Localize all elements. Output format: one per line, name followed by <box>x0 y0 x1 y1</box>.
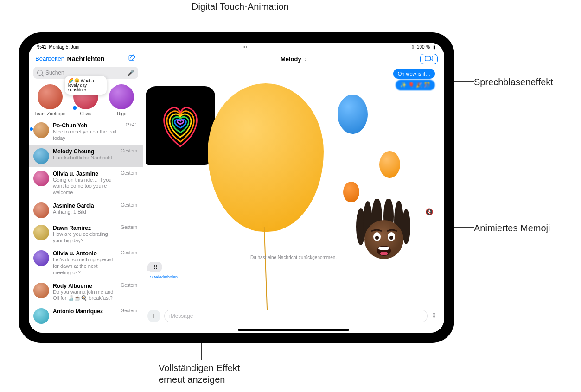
unread-dot <box>73 106 77 110</box>
statusbar-time: 9:41 <box>37 44 46 50</box>
conversation-preview: Handschriftliche Nachricht <box>53 155 117 161</box>
mic-icon[interactable]: 🎤 <box>128 70 134 76</box>
edit-button[interactable]: Bearbeiten <box>35 55 64 62</box>
pin-label: Olivia <box>80 111 91 116</box>
digital-touch-message[interactable] <box>146 86 215 165</box>
conversation-time: Gestern <box>121 202 137 218</box>
message-bubble-sent[interactable]: Oh wow is it… <box>393 69 435 79</box>
conversation-time: Gestern <box>121 148 137 164</box>
callout-digital-touch: Digital Touch-Animation <box>192 1 289 13</box>
memoji-message[interactable] <box>351 199 416 264</box>
avatar <box>38 84 63 109</box>
video-icon <box>425 56 433 61</box>
mute-icon[interactable]: 🔇 <box>425 208 433 215</box>
sidebar-header: Bearbeiten Nachrichten <box>29 51 143 67</box>
conversation-name: Dawn Ramirez <box>53 225 117 231</box>
memoji-face-icon <box>351 199 416 264</box>
chat-body[interactable]: Oh wow is it… ✨ 🎈 🎉 🎊 <box>143 67 444 308</box>
chat-pane: Melody › Oh wow is it… ✨ 🎈 🎉 🎊 <box>143 51 444 333</box>
callout-speech-bubble: Sprechblaseneffekt <box>474 76 553 88</box>
compose-icon <box>128 54 136 62</box>
status-bar: 9:41 Montag 5. Juni ••• 􀙇 100 % ▮ <box>29 43 444 51</box>
conversation-time: Gestern <box>121 308 137 324</box>
sidebar-title: Nachrichten <box>67 55 105 63</box>
unsent-notice: Du hast eine Nachricht zurückgenommen. <box>143 255 444 260</box>
system-affordance-dots[interactable]: ••• <box>243 44 248 50</box>
conversation-time: Gestern <box>121 250 137 276</box>
home-indicator[interactable] <box>238 329 349 331</box>
chevron-right-icon: › <box>305 57 306 62</box>
battery-icon: ▮ <box>433 44 436 50</box>
statusbar-right: 􀙇 100 % ▮ <box>410 44 436 50</box>
conversation-time: Gestern <box>121 283 137 302</box>
search-placeholder: Suchen <box>45 70 64 76</box>
conversation-name: Olivia u. Antonio <box>53 250 117 257</box>
conversation-row[interactable]: Melody CheungHandschriftliche NachrichtG… <box>29 145 143 167</box>
avatar <box>109 84 134 109</box>
conversation-row[interactable]: Jasmine GarciaAnhang: 1 BildGestern <box>29 199 143 221</box>
statusbar-left: 9:41 Montag 5. Juni <box>37 44 79 50</box>
chat-title-button[interactable]: Melody › <box>281 56 306 63</box>
message-bubble-sent-effect[interactable]: ✨ 🎈 🎉 🎊 <box>396 80 435 90</box>
search-icon <box>37 70 43 76</box>
svg-rect-1 <box>425 56 430 61</box>
balloon-effect-blue <box>338 95 368 134</box>
conversation-row[interactable]: Po-Chun YehNice to meet you on the trail… <box>29 119 143 145</box>
conversation-row[interactable]: Olivia u. AntonioLet's do something spec… <box>29 247 143 279</box>
conversation-row[interactable]: Rody AlbuerneDo you wanna join me and Ol… <box>29 279 143 305</box>
avatar <box>33 225 49 240</box>
facetime-button[interactable] <box>420 54 438 64</box>
avatar <box>33 283 49 298</box>
conversation-name: Rody Albuerne <box>53 283 117 289</box>
avatar <box>33 148 49 164</box>
conversation-time: Gestern <box>121 225 137 244</box>
conversation-time: 09:41 <box>126 122 137 142</box>
avatar <box>33 250 49 266</box>
avatar <box>33 202 49 218</box>
avatar <box>33 308 49 324</box>
conversation-list: Po-Chun YehNice to meet you on the trail… <box>29 119 143 333</box>
pinned-conversation[interactable]: 🌈 😊 What a lovely day, sunshine!Olivia <box>70 84 101 116</box>
conversation-name: Jasmine Garcia <box>53 202 117 209</box>
heart-sketch-icon <box>153 95 208 156</box>
avatar <box>33 171 49 186</box>
sidebar: Bearbeiten Nachrichten Suchen 🎤 Team Zoe… <box>29 51 143 333</box>
pinned-conversation[interactable]: Team Zoetrope <box>34 84 65 116</box>
screen: 9:41 Montag 5. Juni ••• 􀙇 100 % ▮ Bearbe… <box>29 43 444 333</box>
pin-label: Rigo <box>117 111 127 116</box>
message-input[interactable]: iMessage <box>164 310 428 322</box>
callout-replay: Vollständigen Effekt erneut anzeigen <box>159 362 240 386</box>
chat-title: Melody <box>281 56 301 63</box>
conversation-name: Po-Chun Yeh <box>53 122 122 129</box>
plus-icon: + <box>152 311 157 321</box>
pinned-conversation[interactable]: Rigo <box>106 84 137 116</box>
conversation-row[interactable]: Dawn RamirezHow are you celebrating your… <box>29 221 143 247</box>
conversation-preview: Anhang: 1 Bild <box>53 209 117 215</box>
conversation-name: Olivia u. Jasmine <box>53 171 117 177</box>
conversation-row[interactable]: Antonio ManriquezGestern <box>29 305 143 327</box>
conversation-time: Gestern <box>121 171 137 196</box>
conversation-preview: How are you celebrating your big day? <box>53 231 117 244</box>
dictate-button[interactable]: 🎙 <box>431 312 438 320</box>
conversation-preview: Let's do something special for dawn at t… <box>53 257 117 276</box>
pinned-row: Team Zoetrope🌈 😊 What a lovely day, suns… <box>29 82 143 119</box>
preview-tooltip: 🌈 😊 What a lovely day, sunshine! <box>65 76 107 95</box>
balloon-effect-main <box>208 83 324 232</box>
wifi-icon: 􀙇 <box>412 44 414 50</box>
callout-memoji: Animiertes Memoji <box>474 222 550 234</box>
conversation-name: Antonio Manriquez <box>53 308 117 315</box>
compose-button[interactable] <box>128 54 136 63</box>
svg-point-10 <box>375 236 379 240</box>
conversation-row[interactable]: Olivia u. JasmineGoing on this ride… if … <box>29 167 143 199</box>
input-bar: + iMessage 🎙 <box>147 308 440 324</box>
battery-pct: 100 % <box>417 44 430 50</box>
conversation-name: Melody Cheung <box>53 148 117 155</box>
split-view: Bearbeiten Nachrichten Suchen 🎤 Team Zoe… <box>29 51 444 333</box>
message-bubble-received[interactable]: !!! <box>147 262 162 272</box>
conversation-preview: Do you wanna join me and Oli for 🍶☕🍳 bre… <box>53 289 117 302</box>
statusbar-date: Montag 5. Juni <box>49 44 80 50</box>
chat-header: Melody › <box>143 51 444 67</box>
conversation-preview: Nice to meet you on the trail today <box>53 129 122 142</box>
apps-button[interactable]: + <box>147 310 160 322</box>
replay-button[interactable]: ↻ Wiederholen <box>149 275 178 279</box>
